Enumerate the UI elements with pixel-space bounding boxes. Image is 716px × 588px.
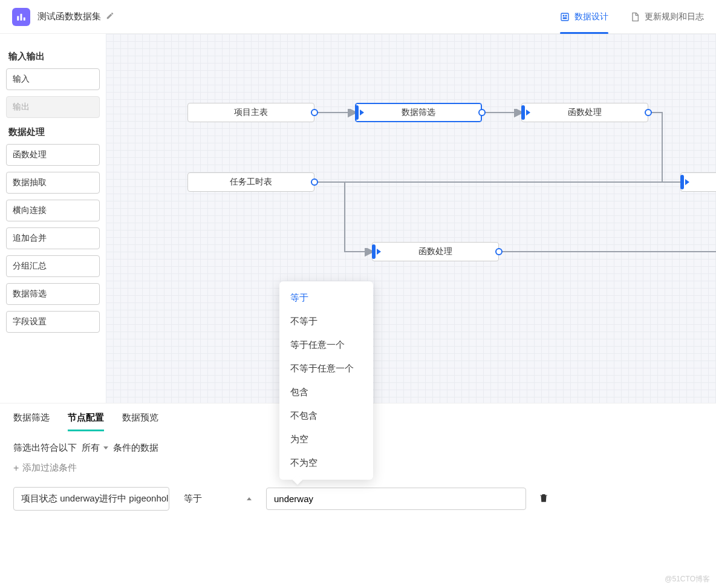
tab-rules-logs[interactable]: 更新规则和日志 — [630, 0, 704, 34]
scope-select[interactable]: 所有 — [82, 442, 108, 454]
panel-tab-filter[interactable]: 数据筛选 — [13, 412, 50, 431]
dropdown-item[interactable]: 等于任意一个 — [279, 333, 373, 357]
dropdown-item[interactable]: 不包含 — [279, 404, 373, 428]
sidebar-item-group[interactable]: 分组汇总 — [6, 255, 100, 277]
delete-filter-button[interactable] — [538, 492, 549, 505]
tab-label: 更新规则和日志 — [645, 11, 704, 22]
node-label: 函数处理 — [418, 246, 452, 257]
sidebar-item-input[interactable]: 输入 — [6, 68, 100, 90]
flow-node-func-2[interactable]: 函数处理 — [372, 242, 499, 261]
dropdown-item[interactable]: 包含 — [279, 381, 373, 404]
flow-node-func-1[interactable]: 函数处理 — [521, 103, 648, 122]
flow-node-partial[interactable] — [680, 172, 716, 192]
sidebar-item-output: 输出 — [6, 96, 100, 118]
sidebar-item-filter[interactable]: 数据筛选 — [6, 283, 100, 305]
design-icon — [560, 12, 570, 22]
sidebar-item-func[interactable]: 函数处理 — [6, 144, 100, 166]
flow-node-project-main[interactable]: 项目主表 — [187, 103, 314, 122]
tab-data-design[interactable]: 数据设计 — [560, 0, 608, 34]
dropdown-item[interactable]: 不等于任意一个 — [279, 357, 373, 381]
document-icon — [630, 12, 640, 22]
filter-field-chip[interactable]: 项目状态 underway进行中 pigeonhol — [13, 487, 169, 511]
operator-dropdown: 等于 不等于 等于任意一个 不等于任意一个 包含 不包含 为空 不为空 — [279, 281, 373, 480]
trash-icon — [538, 492, 549, 503]
bar-chart-icon — [16, 11, 27, 22]
sidebar-item-fieldset[interactable]: 字段设置 — [6, 311, 100, 333]
node-label: 任务工时表 — [230, 177, 272, 188]
node-label: 函数处理 — [568, 107, 602, 118]
node-label: 项目主表 — [234, 107, 268, 118]
app-logo — [12, 8, 30, 26]
flow-node-task-hours[interactable]: 任务工时表 — [187, 172, 314, 192]
sidebar-heading-io: 输入输出 — [8, 51, 97, 62]
svg-rect-0 — [17, 16, 19, 21]
filter-text-prefix: 筛选出符合以下 — [13, 442, 77, 454]
svg-rect-3 — [561, 13, 568, 21]
chevron-down-icon — [103, 446, 108, 449]
dropdown-item[interactable]: 为空 — [279, 428, 373, 451]
dropdown-item[interactable]: 不为空 — [279, 451, 373, 475]
svg-rect-1 — [21, 13, 22, 20]
operator-select[interactable]: 等于 — [181, 489, 254, 508]
header-tabs: 数据设计 更新规则和日志 — [560, 0, 704, 34]
panel-tab-preview[interactable]: 数据预览 — [122, 412, 158, 431]
flow-canvas[interactable]: 项目主表 数据筛选 函数处理 任务工时表 函数处理 — [106, 34, 716, 403]
plus-icon: + — [13, 463, 19, 473]
add-filter-label: 添加过滤条件 — [22, 462, 77, 474]
node-label: 数据筛选 — [402, 107, 435, 118]
tab-label: 数据设计 — [574, 11, 608, 22]
svg-rect-2 — [24, 17, 25, 20]
flow-node-data-filter[interactable]: 数据筛选 — [355, 103, 482, 122]
panel-tab-node-config[interactable]: 节点配置 — [68, 412, 104, 431]
page-title: 测试函数数据集 — [37, 11, 101, 22]
app-header: 测试函数数据集 数据设计 更新规则和日志 — [0, 0, 716, 34]
sidebar-item-hjoin[interactable]: 横向连接 — [6, 200, 100, 221]
filter-value-input[interactable] — [266, 488, 526, 510]
sidebar-item-extract[interactable]: 数据抽取 — [6, 172, 100, 194]
watermark: @51CTO博客 — [665, 574, 710, 584]
svg-rect-4 — [563, 15, 565, 16]
chevron-up-icon — [247, 497, 252, 500]
dropdown-item[interactable]: 不等于 — [279, 310, 373, 333]
sidebar-heading-processing: 数据处理 — [8, 126, 97, 138]
svg-rect-6 — [563, 17, 567, 19]
svg-rect-5 — [565, 15, 567, 16]
scope-value: 所有 — [82, 442, 100, 454]
dropdown-item[interactable]: 等于 — [279, 286, 373, 310]
sidebar: 输入输出 输入 输出 数据处理 函数处理 数据抽取 横向连接 追加合并 分组汇总… — [0, 34, 106, 403]
edit-icon[interactable] — [106, 11, 114, 22]
sidebar-item-append[interactable]: 追加合并 — [6, 227, 100, 249]
operator-value: 等于 — [184, 493, 202, 505]
filter-text-suffix: 条件的数据 — [113, 442, 158, 454]
